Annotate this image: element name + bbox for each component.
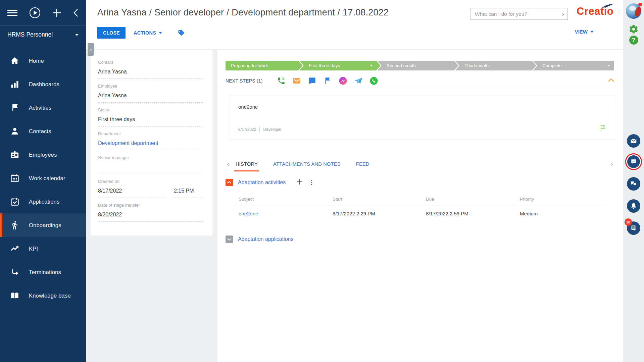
field-contact[interactable]: Contact Arina Yasna (98, 60, 203, 79)
page-header: Arina Yasna / Senior developer / Develop… (86, 0, 623, 49)
flag-channel-icon[interactable] (323, 76, 332, 85)
next-steps-pointer (283, 85, 288, 88)
created-time-value[interactable]: 2:15 PM (174, 188, 203, 198)
hamburger-menu-icon[interactable] (7, 9, 17, 17)
field-value[interactable] (98, 164, 203, 174)
sidebar-item-terminations[interactable]: Terminations (0, 260, 86, 284)
field-value[interactable]: Arina Yasna (98, 92, 203, 103)
table-row[interactable]: one2one 8/17/2022 2:29 PM 8/17/2022 2:59… (239, 211, 623, 216)
chat-rail-icon-active[interactable] (625, 153, 642, 170)
column-priority: Priority (520, 197, 623, 202)
right-toolbar: ? 18 (623, 0, 644, 362)
field-value-link[interactable]: Development department (98, 140, 203, 150)
email-rail-icon[interactable] (627, 134, 640, 148)
sidebar-item-contacts[interactable]: Contacts (0, 119, 86, 143)
stage-label: Preparing for work (231, 63, 268, 68)
messenger-icon[interactable] (339, 76, 347, 85)
section-title[interactable]: Adaptation applications (238, 236, 293, 242)
field-label: Status (98, 107, 203, 113)
field-created-on[interactable]: Created on 8/17/2022 2:15 PM (98, 179, 203, 198)
logo-swoosh-icon (601, 4, 614, 9)
view-button[interactable]: VIEW (575, 29, 594, 35)
sidebar-item-label: Contacts (29, 128, 51, 135)
sidebar-item-kpi[interactable]: KPI (0, 237, 86, 260)
sidebar-header (0, 0, 86, 25)
sidebar-item-applications[interactable]: Applications (0, 190, 86, 213)
bar-chart-icon (9, 80, 20, 89)
tab-attachments-and-notes[interactable]: ATTACHMENTS AND NOTES (272, 160, 342, 171)
field-stage-transfer[interactable]: Date of stage transfer 8/20/2022 (98, 203, 203, 222)
sidebar-item-dashboards[interactable]: Dashboards (0, 72, 86, 96)
sidebar-item-label: Dashboards (29, 81, 59, 88)
collapse-section-icon[interactable] (226, 179, 233, 186)
tag-icon[interactable] (177, 29, 185, 38)
panel-collapse-handle[interactable]: › (88, 43, 94, 56)
stage-second-month[interactable]: Second month (377, 61, 458, 70)
field-employee[interactable]: Employee Arina Yasna (98, 84, 203, 103)
sidebar-item-knowledge-base[interactable]: Knowledge base (0, 284, 86, 307)
next-steps-bar: NEXT STEPS (1) (217, 73, 623, 88)
sidebar-item-label: KPI (29, 246, 38, 252)
tabs-scroll-left-icon[interactable]: ‹ (225, 160, 232, 168)
view-label: VIEW (575, 29, 588, 35)
cell-subject-link[interactable]: one2one (239, 211, 333, 216)
stage-preparing-for-work[interactable]: Preparing for work (226, 61, 303, 70)
section-title[interactable]: Adaptation activities (238, 179, 286, 186)
sidebar-item-home[interactable]: Home (0, 49, 86, 72)
field-value[interactable]: Arina Yasna (98, 68, 203, 79)
process-run-icon[interactable] (29, 7, 41, 18)
table-divider (235, 206, 606, 206)
field-value[interactable]: 8/20/2022 (98, 211, 203, 222)
stage-complete[interactable]: Complete (533, 61, 614, 70)
conversations-rail-icon[interactable] (627, 177, 640, 191)
field-label: Created on (98, 179, 203, 184)
sidebar-item-employees[interactable]: Employees (0, 143, 86, 166)
field-label: Department (98, 131, 203, 137)
whatsapp-icon[interactable] (369, 76, 378, 85)
settings-gear-icon[interactable] (623, 24, 644, 34)
tab-history[interactable]: HISTORY (234, 160, 259, 171)
field-senior-manager[interactable]: Senior manager (98, 155, 203, 174)
sidebar-item-activities[interactable]: Activities (0, 96, 86, 119)
actions-button[interactable]: ACTIONS (134, 27, 162, 39)
expand-section-icon[interactable] (226, 236, 233, 243)
notifications-bell-icon[interactable] (627, 199, 640, 213)
created-date-value[interactable]: 8/17/2022 (98, 188, 165, 198)
field-status[interactable]: Status First three days (98, 107, 203, 126)
actions-label: ACTIONS (134, 30, 156, 36)
stage-third-month[interactable]: Third month (455, 61, 536, 70)
sidebar-item-label: Terminations (29, 269, 61, 275)
stage-label: First three days (309, 63, 340, 68)
field-department[interactable]: Department Development department (98, 131, 203, 150)
sidebar-item-onboardings[interactable]: Onboardings (0, 213, 86, 237)
next-step-card[interactable]: one2one 8/17/2022 Developer (230, 96, 615, 140)
chevron-down-icon (159, 32, 162, 34)
field-value[interactable]: First three days (98, 116, 203, 126)
tab-feed[interactable]: FEED (355, 160, 371, 171)
tabs-scroll-right-icon[interactable]: › (608, 160, 615, 168)
add-record-icon[interactable] (52, 8, 61, 17)
user-avatar[interactable] (626, 3, 641, 19)
close-button[interactable]: CLOSE (97, 27, 126, 39)
section-menu-icon[interactable] (309, 179, 314, 186)
home-icon (9, 56, 20, 65)
adaptation-applications-header: Adaptation applications (226, 236, 293, 243)
email-icon[interactable] (292, 76, 301, 85)
flag-outline-icon[interactable] (600, 125, 605, 134)
call-icon[interactable] (277, 76, 286, 85)
search-input[interactable] (471, 8, 559, 19)
detail-tabs: ‹ HISTORY ATTACHMENTS AND NOTES FEED › (217, 160, 623, 172)
business-process-tasks-icon[interactable]: 18 (627, 221, 640, 235)
workplace-selector[interactable]: HRMS Personnel (0, 25, 86, 44)
collapse-sidebar-icon[interactable] (73, 8, 79, 17)
add-activity-icon[interactable] (296, 178, 303, 186)
collapse-next-steps-icon[interactable] (608, 77, 614, 84)
search-submit-icon[interactable]: › (559, 8, 567, 19)
stage-first-three-days[interactable]: First three days (299, 61, 381, 70)
adaptation-activities-header: Adaptation activities (226, 178, 314, 186)
chat-icon[interactable] (308, 76, 316, 85)
telegram-icon[interactable] (354, 76, 363, 85)
sidebar-item-work-calendar[interactable]: Work calendar (0, 166, 86, 190)
help-icon[interactable]: ? (623, 36, 644, 45)
sidebar-item-label: Employees (29, 152, 57, 158)
